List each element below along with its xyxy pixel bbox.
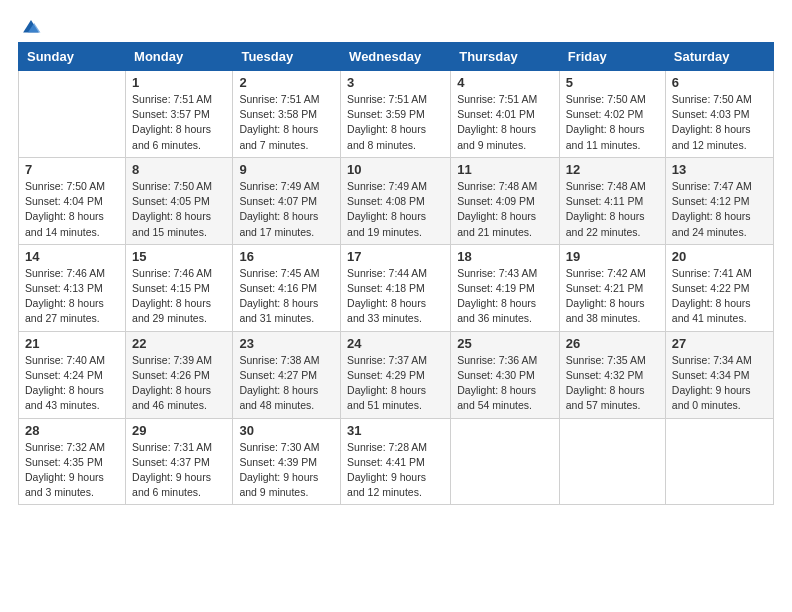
day-info: Sunrise: 7:36 AMSunset: 4:30 PMDaylight:… [457,354,537,412]
calendar-cell [559,418,665,505]
day-info: Sunrise: 7:51 AMSunset: 3:59 PMDaylight:… [347,93,427,151]
day-number: 25 [457,336,552,351]
calendar-cell: 5 Sunrise: 7:50 AMSunset: 4:02 PMDayligh… [559,71,665,158]
weekday-header-wednesday: Wednesday [341,43,451,71]
calendar-cell: 23 Sunrise: 7:38 AMSunset: 4:27 PMDaylig… [233,331,341,418]
calendar-cell: 27 Sunrise: 7:34 AMSunset: 4:34 PMDaylig… [665,331,773,418]
calendar-cell: 19 Sunrise: 7:42 AMSunset: 4:21 PMDaylig… [559,244,665,331]
day-number: 7 [25,162,119,177]
day-number: 15 [132,249,226,264]
calendar-cell: 8 Sunrise: 7:50 AMSunset: 4:05 PMDayligh… [126,157,233,244]
calendar-cell: 30 Sunrise: 7:30 AMSunset: 4:39 PMDaylig… [233,418,341,505]
day-number: 21 [25,336,119,351]
day-info: Sunrise: 7:28 AMSunset: 4:41 PMDaylight:… [347,441,427,499]
calendar-cell: 18 Sunrise: 7:43 AMSunset: 4:19 PMDaylig… [451,244,559,331]
header [18,16,774,34]
day-info: Sunrise: 7:34 AMSunset: 4:34 PMDaylight:… [672,354,752,412]
day-info: Sunrise: 7:39 AMSunset: 4:26 PMDaylight:… [132,354,212,412]
day-number: 28 [25,423,119,438]
calendar-cell: 28 Sunrise: 7:32 AMSunset: 4:35 PMDaylig… [19,418,126,505]
day-number: 10 [347,162,444,177]
day-info: Sunrise: 7:46 AMSunset: 4:13 PMDaylight:… [25,267,105,325]
day-info: Sunrise: 7:32 AMSunset: 4:35 PMDaylight:… [25,441,105,499]
day-number: 16 [239,249,334,264]
day-info: Sunrise: 7:50 AMSunset: 4:03 PMDaylight:… [672,93,752,151]
weekday-header-friday: Friday [559,43,665,71]
day-info: Sunrise: 7:51 AMSunset: 3:58 PMDaylight:… [239,93,319,151]
calendar-table: SundayMondayTuesdayWednesdayThursdayFrid… [18,42,774,505]
day-number: 1 [132,75,226,90]
day-info: Sunrise: 7:49 AMSunset: 4:08 PMDaylight:… [347,180,427,238]
day-number: 12 [566,162,659,177]
calendar-cell [19,71,126,158]
day-info: Sunrise: 7:31 AMSunset: 4:37 PMDaylight:… [132,441,212,499]
calendar-cell: 6 Sunrise: 7:50 AMSunset: 4:03 PMDayligh… [665,71,773,158]
calendar-week-5: 28 Sunrise: 7:32 AMSunset: 4:35 PMDaylig… [19,418,774,505]
calendar-cell: 24 Sunrise: 7:37 AMSunset: 4:29 PMDaylig… [341,331,451,418]
calendar-cell: 22 Sunrise: 7:39 AMSunset: 4:26 PMDaylig… [126,331,233,418]
calendar-cell: 13 Sunrise: 7:47 AMSunset: 4:12 PMDaylig… [665,157,773,244]
day-info: Sunrise: 7:37 AMSunset: 4:29 PMDaylight:… [347,354,427,412]
day-info: Sunrise: 7:43 AMSunset: 4:19 PMDaylight:… [457,267,537,325]
day-info: Sunrise: 7:48 AMSunset: 4:09 PMDaylight:… [457,180,537,238]
logo [18,16,42,34]
day-info: Sunrise: 7:47 AMSunset: 4:12 PMDaylight:… [672,180,752,238]
calendar-cell: 15 Sunrise: 7:46 AMSunset: 4:15 PMDaylig… [126,244,233,331]
day-number: 24 [347,336,444,351]
day-info: Sunrise: 7:50 AMSunset: 4:02 PMDaylight:… [566,93,646,151]
day-number: 29 [132,423,226,438]
day-info: Sunrise: 7:30 AMSunset: 4:39 PMDaylight:… [239,441,319,499]
day-number: 5 [566,75,659,90]
day-number: 19 [566,249,659,264]
day-number: 11 [457,162,552,177]
header-row: SundayMondayTuesdayWednesdayThursdayFrid… [19,43,774,71]
day-info: Sunrise: 7:51 AMSunset: 4:01 PMDaylight:… [457,93,537,151]
calendar-cell: 25 Sunrise: 7:36 AMSunset: 4:30 PMDaylig… [451,331,559,418]
calendar-cell: 21 Sunrise: 7:40 AMSunset: 4:24 PMDaylig… [19,331,126,418]
day-info: Sunrise: 7:44 AMSunset: 4:18 PMDaylight:… [347,267,427,325]
day-number: 13 [672,162,767,177]
day-info: Sunrise: 7:50 AMSunset: 4:04 PMDaylight:… [25,180,105,238]
day-number: 23 [239,336,334,351]
calendar-cell: 14 Sunrise: 7:46 AMSunset: 4:13 PMDaylig… [19,244,126,331]
calendar-cell: 16 Sunrise: 7:45 AMSunset: 4:16 PMDaylig… [233,244,341,331]
day-info: Sunrise: 7:49 AMSunset: 4:07 PMDaylight:… [239,180,319,238]
calendar-cell: 9 Sunrise: 7:49 AMSunset: 4:07 PMDayligh… [233,157,341,244]
calendar-cell [665,418,773,505]
day-number: 4 [457,75,552,90]
calendar-cell [451,418,559,505]
logo-icon [20,16,42,38]
day-number: 14 [25,249,119,264]
day-info: Sunrise: 7:41 AMSunset: 4:22 PMDaylight:… [672,267,752,325]
day-number: 26 [566,336,659,351]
day-number: 9 [239,162,334,177]
day-number: 20 [672,249,767,264]
day-info: Sunrise: 7:38 AMSunset: 4:27 PMDaylight:… [239,354,319,412]
calendar-cell: 2 Sunrise: 7:51 AMSunset: 3:58 PMDayligh… [233,71,341,158]
day-number: 17 [347,249,444,264]
day-number: 8 [132,162,226,177]
weekday-header-saturday: Saturday [665,43,773,71]
calendar-cell: 31 Sunrise: 7:28 AMSunset: 4:41 PMDaylig… [341,418,451,505]
day-number: 27 [672,336,767,351]
day-number: 31 [347,423,444,438]
calendar-cell: 1 Sunrise: 7:51 AMSunset: 3:57 PMDayligh… [126,71,233,158]
day-info: Sunrise: 7:45 AMSunset: 4:16 PMDaylight:… [239,267,319,325]
calendar-cell: 26 Sunrise: 7:35 AMSunset: 4:32 PMDaylig… [559,331,665,418]
day-info: Sunrise: 7:51 AMSunset: 3:57 PMDaylight:… [132,93,212,151]
calendar-cell: 11 Sunrise: 7:48 AMSunset: 4:09 PMDaylig… [451,157,559,244]
day-info: Sunrise: 7:50 AMSunset: 4:05 PMDaylight:… [132,180,212,238]
calendar-cell: 29 Sunrise: 7:31 AMSunset: 4:37 PMDaylig… [126,418,233,505]
calendar-week-4: 21 Sunrise: 7:40 AMSunset: 4:24 PMDaylig… [19,331,774,418]
calendar-cell: 10 Sunrise: 7:49 AMSunset: 4:08 PMDaylig… [341,157,451,244]
calendar-cell: 17 Sunrise: 7:44 AMSunset: 4:18 PMDaylig… [341,244,451,331]
page: SundayMondayTuesdayWednesdayThursdayFrid… [0,0,792,612]
calendar-cell: 12 Sunrise: 7:48 AMSunset: 4:11 PMDaylig… [559,157,665,244]
calendar-week-2: 7 Sunrise: 7:50 AMSunset: 4:04 PMDayligh… [19,157,774,244]
day-info: Sunrise: 7:40 AMSunset: 4:24 PMDaylight:… [25,354,105,412]
day-number: 30 [239,423,334,438]
day-info: Sunrise: 7:42 AMSunset: 4:21 PMDaylight:… [566,267,646,325]
day-info: Sunrise: 7:48 AMSunset: 4:11 PMDaylight:… [566,180,646,238]
weekday-header-sunday: Sunday [19,43,126,71]
day-number: 3 [347,75,444,90]
